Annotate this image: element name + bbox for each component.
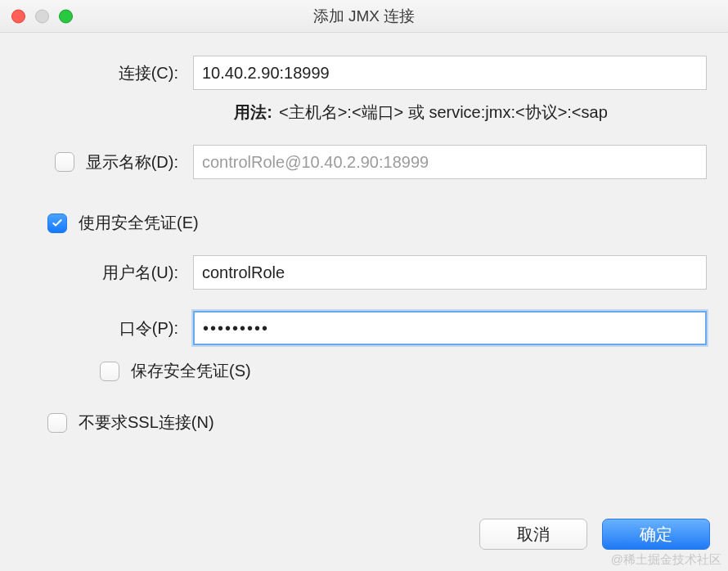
usage-row: 用法: <主机名>:<端口> 或 service:jmx:<协议>:<sap	[21, 101, 707, 124]
no-ssl-label: 不要求SSL连接(N)	[79, 411, 214, 434]
usage-label: 用法:	[21, 101, 272, 124]
close-window-button[interactable]	[11, 9, 25, 23]
titlebar: 添加 JMX 连接	[0, 0, 728, 33]
connection-row: 连接(C):	[21, 56, 707, 90]
connection-input-wrap	[193, 56, 707, 90]
password-input[interactable]	[193, 311, 707, 345]
username-input[interactable]	[193, 255, 707, 290]
username-label: 用户名(U):	[21, 262, 193, 284]
save-credentials-label: 保存安全凭证(S)	[131, 360, 251, 382]
display-name-input-wrap	[193, 145, 707, 179]
use-credentials-row: 使用安全凭证(E)	[21, 212, 707, 234]
maximize-window-button[interactable]	[59, 9, 73, 23]
password-row: 口令(P):	[21, 311, 707, 345]
display-name-label: 显示名称(D):	[86, 151, 178, 173]
no-ssl-row: 不要求SSL连接(N)	[21, 411, 707, 434]
use-credentials-checkbox[interactable]	[47, 214, 67, 233]
dialog-footer: 取消 确定	[479, 519, 710, 550]
minimize-window-button[interactable]	[35, 9, 49, 23]
username-input-wrap	[193, 255, 707, 290]
traffic-lights	[11, 9, 73, 23]
display-name-checkbox[interactable]	[55, 152, 74, 172]
no-ssl-checkbox[interactable]	[47, 413, 67, 433]
dialog-content: 连接(C): 用法: <主机名>:<端口> 或 service:jmx:<协议>…	[0, 33, 728, 434]
save-credentials-row: 保存安全凭证(S)	[21, 360, 707, 382]
password-label: 口令(P):	[21, 317, 193, 339]
connection-input[interactable]	[193, 56, 707, 90]
connection-label: 连接(C):	[21, 62, 193, 84]
use-credentials-label: 使用安全凭证(E)	[79, 212, 199, 234]
window-title: 添加 JMX 连接	[0, 6, 728, 27]
username-row: 用户名(U):	[21, 255, 707, 290]
password-input-wrap	[193, 311, 707, 345]
display-name-input	[193, 145, 707, 179]
watermark: @稀土掘金技术社区	[611, 552, 721, 568]
save-credentials-checkbox[interactable]	[100, 362, 119, 381]
cancel-button[interactable]: 取消	[479, 519, 587, 550]
ok-button[interactable]: 确定	[602, 519, 710, 550]
usage-text: <主机名>:<端口> 或 service:jmx:<协议>:<sap	[272, 101, 707, 124]
display-name-label-col: 显示名称(D):	[21, 151, 193, 173]
display-name-row: 显示名称(D):	[21, 145, 707, 179]
